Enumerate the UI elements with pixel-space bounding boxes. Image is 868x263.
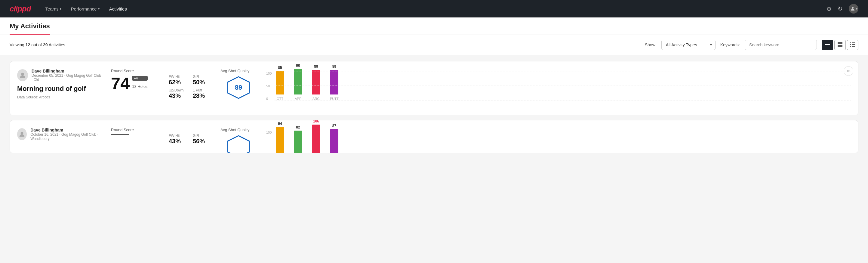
activity-type-select[interactable]: All Activity Types bbox=[661, 40, 715, 50]
user-date: October 16, 2021 · Gog Magog Golf Club ·… bbox=[30, 133, 101, 141]
stat-gir: GIR 56% bbox=[193, 134, 211, 145]
svg-marker-17 bbox=[228, 136, 249, 153]
bar-chart-section: 100 50 0 85 OTT bbox=[266, 68, 851, 108]
nav-activities[interactable]: Activities bbox=[109, 5, 127, 12]
bar-group-arg: 89 ARG bbox=[312, 64, 320, 100]
card-left: Dave Billingham December 05, 2021 · Gog … bbox=[17, 68, 101, 99]
bar-group-ott: 85 OTT bbox=[276, 66, 284, 100]
bar-group-putt: 89 PUTT bbox=[330, 64, 339, 100]
stat-fw-hit: FW Hit 62% bbox=[169, 75, 187, 86]
y-label-100: 100 bbox=[266, 71, 272, 75]
svg-rect-12 bbox=[850, 46, 851, 47]
activity-type-filter[interactable]: All Activity Types ▾ bbox=[661, 40, 715, 50]
stats-section: FW Hit 62% GIR 50% Up/Down 43% 1 Putt 28… bbox=[169, 68, 211, 99]
page-title: My Activities bbox=[10, 22, 50, 35]
svg-rect-11 bbox=[852, 44, 855, 45]
card-user: Dave Billingham December 05, 2021 · Gog … bbox=[17, 68, 101, 82]
activity-card: ✏ Dave Billingham December 05, 2021 · Go… bbox=[10, 61, 858, 115]
nav-icons: ⊕ ↻ ▾ bbox=[827, 4, 858, 13]
round-score-label: Round Score bbox=[111, 68, 159, 73]
svg-rect-1 bbox=[825, 43, 830, 43]
bar-app bbox=[294, 69, 302, 94]
round-score-section: Round Score bbox=[111, 127, 159, 135]
svg-rect-10 bbox=[850, 44, 851, 45]
nav-teams-label: Teams bbox=[45, 6, 59, 11]
stat-updown: Up/Down 43% bbox=[169, 88, 187, 99]
y-label-50: 50 bbox=[266, 84, 272, 88]
svg-rect-8 bbox=[850, 42, 851, 43]
viewing-total: 29 bbox=[43, 42, 48, 47]
nav-teams[interactable]: Teams ▾ bbox=[45, 5, 61, 12]
keywords-label: Keywords: bbox=[720, 42, 740, 47]
round-score-label: Round Score bbox=[111, 127, 159, 132]
bar-value-arg: 89 bbox=[314, 64, 318, 68]
grid-view-button[interactable] bbox=[834, 40, 846, 50]
avatar[interactable]: ▾ bbox=[849, 4, 858, 13]
bar-chart-section: 100 94 OTT 82 APP 106 bbox=[266, 127, 851, 153]
navbar: clippd Teams ▾ Performance ▾ Activities … bbox=[0, 0, 868, 18]
svg-rect-7 bbox=[840, 45, 842, 47]
chevron-down-icon: ▾ bbox=[60, 7, 61, 10]
avg-shot-quality-section: Avg Shot Quality bbox=[220, 127, 256, 153]
bar-value-putt: 89 bbox=[332, 64, 336, 68]
svg-rect-13 bbox=[852, 46, 855, 47]
bar-group-ott: 94 OTT bbox=[276, 122, 284, 153]
bar-arg bbox=[312, 70, 320, 94]
refresh-icon[interactable]: ↻ bbox=[838, 5, 843, 12]
bar-group-app: 82 APP bbox=[294, 125, 302, 153]
stat-gir: GIR 50% bbox=[193, 75, 211, 86]
svg-rect-9 bbox=[852, 42, 855, 43]
avg-shot-quality-section: Avg Shot Quality 89 bbox=[220, 68, 256, 99]
svg-point-14 bbox=[21, 73, 24, 76]
card-left: Dave Billingham October 16, 2021 · Gog M… bbox=[17, 127, 101, 144]
svg-point-0 bbox=[852, 7, 854, 9]
bar-putt bbox=[330, 70, 338, 94]
filters-bar: Viewing 12 out of 29 Activities Show: Al… bbox=[0, 35, 868, 55]
avg-shot-quality-label: Avg Shot Quality bbox=[220, 68, 256, 73]
bar-group-putt: 87 PUTT bbox=[330, 124, 339, 153]
svg-rect-3 bbox=[825, 46, 830, 46]
activity-card: Dave Billingham October 16, 2021 · Gog M… bbox=[10, 120, 858, 153]
bar-group-app: 90 APP bbox=[294, 63, 302, 100]
show-label: Show: bbox=[645, 42, 657, 47]
avatar bbox=[17, 128, 27, 140]
nav-activities-label: Activities bbox=[109, 6, 127, 11]
viewing-count: 12 bbox=[26, 42, 30, 47]
shot-quality-value: 89 bbox=[235, 84, 242, 91]
round-score-section: Round Score 74 +4 18 Holes bbox=[111, 68, 159, 92]
list-compact-view-button[interactable] bbox=[822, 40, 833, 50]
round-score-value: 74 bbox=[111, 75, 130, 92]
view-toggles bbox=[822, 40, 858, 50]
card-user: Dave Billingham October 16, 2021 · Gog M… bbox=[17, 127, 101, 141]
user-name: Dave Billingham bbox=[32, 68, 101, 74]
svg-rect-5 bbox=[840, 42, 842, 44]
chevron-down-icon: ▾ bbox=[856, 7, 858, 10]
avg-shot-quality-label: Avg Shot Quality bbox=[220, 127, 256, 132]
stat-fw-hit: FW Hit 43% bbox=[169, 134, 187, 145]
stats-section: FW Hit 43% GIR 56% bbox=[169, 127, 211, 145]
user-date: December 05, 2021 · Gog Magog Golf Club … bbox=[32, 74, 101, 82]
nav-performance[interactable]: Performance ▾ bbox=[71, 5, 99, 12]
activities-list: ✏ Dave Billingham December 05, 2021 · Go… bbox=[0, 55, 868, 164]
y-label-0: 0 bbox=[266, 97, 272, 100]
nav-performance-label: Performance bbox=[71, 6, 97, 11]
user-name: Dave Billingham bbox=[30, 127, 101, 133]
bar-ott bbox=[276, 71, 284, 94]
add-icon[interactable]: ⊕ bbox=[827, 5, 832, 12]
shot-quality-hexagon: 89 bbox=[226, 76, 251, 99]
activity-title: Morning round of golf bbox=[17, 85, 101, 93]
chevron-down-icon: ▾ bbox=[98, 7, 99, 10]
svg-point-16 bbox=[21, 132, 24, 135]
holes-label: 18 Holes bbox=[132, 84, 147, 89]
svg-rect-6 bbox=[838, 45, 840, 47]
data-source: Data Source: Arccos bbox=[17, 95, 101, 99]
avatar bbox=[17, 69, 28, 81]
page-header: My Activities bbox=[0, 18, 868, 35]
viewing-text: Viewing 12 out of 29 Activities bbox=[10, 42, 65, 47]
svg-rect-2 bbox=[825, 44, 830, 45]
score-loading bbox=[111, 134, 129, 135]
svg-rect-4 bbox=[838, 42, 840, 44]
bar-value-ott: 85 bbox=[278, 66, 282, 70]
list-detail-view-button[interactable] bbox=[847, 40, 858, 50]
search-input[interactable] bbox=[745, 40, 817, 50]
